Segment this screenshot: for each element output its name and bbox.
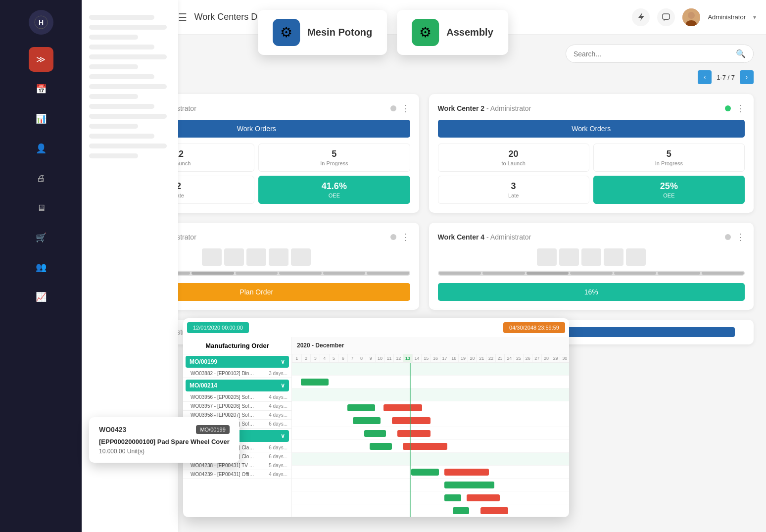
- gantt-sub-wo04239: WO04239 - [EP00431] Office Desk B... 4 d…: [183, 470, 291, 479]
- gantt-sub-wo04239-label: WO04239 - [EP00431] Office Desk B...: [191, 472, 255, 477]
- lightning-icon-btn[interactable]: [632, 8, 650, 26]
- wc1-dots-menu[interactable]: ⋮: [401, 103, 410, 114]
- wc1-header-icons: ⋮: [390, 103, 410, 114]
- wc4-placeholder-box-3: [581, 248, 601, 266]
- gantt-sub-wo03957-days: 4 days...: [269, 403, 287, 409]
- gantt-day-30: 30: [560, 354, 569, 362]
- gantt-bar-wo4238-green: [444, 494, 461, 501]
- wc2-stat-to-launch[interactable]: 20 to Launch: [438, 144, 589, 172]
- menu-line-8: [89, 84, 167, 89]
- wc1-stat-oee[interactable]: 41.6% OEE: [258, 176, 410, 204]
- gantt-mo-00214[interactable]: MO/00214 ∨: [186, 380, 289, 391]
- menu-line-13: [89, 134, 154, 139]
- wc4-subtitle: - Administrator: [486, 233, 531, 241]
- sidebar-item-user[interactable]: 👤: [29, 136, 53, 161]
- sidebar-item-chart[interactable]: 📊: [29, 106, 53, 131]
- gantt-day-21: 21: [477, 354, 486, 362]
- gantt-day-14: 14: [412, 354, 422, 362]
- wc4-header-icons: ⋮: [725, 232, 745, 242]
- sidebar-item-monitor[interactable]: 🖥: [29, 195, 53, 220]
- gantt-bar-wo3882-green: [301, 379, 329, 386]
- wc4-placeholder-box-4: [604, 248, 623, 266]
- wc2-stat-in-progress-label: In Progress: [599, 160, 739, 166]
- gantt-day-18: 18: [449, 354, 458, 362]
- gantt-date-left: 12/01/2020 00:00:00: [187, 322, 249, 333]
- wc2-work-orders-btn[interactable]: Work Orders: [438, 120, 745, 138]
- gantt-sub-wo03957-label: WO03957 - [EP00206] Sofa 1 seat wh...: [191, 403, 255, 409]
- sidebar-item-calendar[interactable]: 📅: [29, 77, 53, 101]
- menu-line-1: [89, 15, 154, 20]
- search-input[interactable]: [574, 50, 732, 58]
- gantt-day-13: 13: [403, 354, 412, 362]
- gantt-bars-area: [292, 363, 569, 517]
- wc2-stat-to-launch-label: to Launch: [443, 160, 584, 166]
- wc3-placeholder-box-4: [269, 248, 288, 266]
- gantt-day-25: 25: [514, 354, 523, 362]
- floating-card-assembly[interactable]: ⚙ Assembly: [397, 10, 508, 55]
- gantt-cal-header: 2020 - December: [292, 337, 569, 354]
- gantt-day-28: 28: [541, 354, 551, 362]
- gantt-date-right: 04/30/2048 23:59:59: [503, 322, 565, 333]
- sidebar-item-analytics[interactable]: 📈: [29, 285, 53, 309]
- page-next-btn[interactable]: ›: [740, 70, 754, 84]
- gantt-bar-row-mo199: [292, 363, 569, 376]
- gantt-month-label: 2020 - December: [292, 342, 349, 349]
- wc4-dots-menu[interactable]: ⋮: [736, 232, 745, 242]
- wc2-stat-late-value: 3: [443, 181, 584, 192]
- gantt-mo-00199[interactable]: MO/00199 ∨: [186, 356, 289, 368]
- gantt-day-19: 19: [458, 354, 468, 362]
- wo-tooltip-header: WO0423 MO/00199: [99, 425, 230, 434]
- menu-line-2: [89, 25, 167, 30]
- gantt-day-24: 24: [504, 354, 514, 362]
- hamburger-icon[interactable]: ☰: [178, 11, 187, 23]
- wc2-status-dot: [725, 105, 731, 111]
- gantt-day-22: 22: [486, 354, 495, 362]
- wc2-stat-in-progress-value: 5: [599, 149, 739, 159]
- sidebar-item-forward[interactable]: ≫: [29, 47, 53, 72]
- gantt-bar-wo3956-green: [347, 404, 375, 411]
- mesin-potong-label: Mesin Potong: [307, 27, 372, 38]
- sidebar-item-people[interactable]: 👥: [29, 255, 53, 280]
- wo-id: WO0423: [99, 426, 126, 434]
- sidebar-item-print[interactable]: 🖨: [29, 166, 53, 191]
- wc3-placeholder-box-5: [291, 248, 311, 266]
- sidebar-item-cart[interactable]: 🛒: [29, 225, 53, 250]
- gantt-mo-00214-id: MO/00214: [190, 382, 217, 389]
- admin-chevron-icon: ▾: [753, 14, 756, 21]
- wc4-placeholder: [438, 248, 745, 266]
- wc1-stat-in-progress[interactable]: 5 In Progress: [258, 144, 410, 172]
- wc2-stat-late[interactable]: 3 Late: [438, 176, 589, 204]
- gantt-mo-00199-id: MO/00199: [190, 358, 217, 365]
- gantt-bar-row-wo3959: [292, 440, 569, 453]
- menu-line-10: [89, 104, 154, 109]
- wc3-placeholder-box-3: [246, 248, 266, 266]
- wc4-title: Work Center 4 - Administrator: [438, 233, 531, 241]
- gantt-day-10: 10: [375, 354, 384, 362]
- gantt-body: Manufacturing Order MO/00199 ∨ WO03882 -…: [183, 337, 569, 517]
- wc2-dots-menu[interactable]: ⋮: [736, 103, 745, 114]
- wc2-title-main: Work Center 2: [438, 104, 485, 112]
- wc4-plan-order-btn[interactable]: 16%: [438, 283, 745, 301]
- wc2-stat-oee[interactable]: 25% OEE: [593, 176, 745, 204]
- floating-card-mesin-potong[interactable]: ⚙ Mesin Potong: [258, 10, 387, 55]
- gantt-overlay: 12/01/2020 00:00:00 04/30/2048 23:59:59 …: [183, 318, 569, 517]
- gantt-bar-wo3956-red: [383, 404, 422, 411]
- wc2-subtitle: - Administrator: [486, 104, 531, 112]
- page-prev-btn[interactable]: ‹: [698, 70, 712, 84]
- gantt-bar-wo3957-red: [392, 417, 431, 424]
- gantt-today-line: [410, 363, 411, 517]
- mesin-potong-icon: ⚙: [273, 19, 300, 46]
- wc2-stats-grid: 20 to Launch 5 In Progress 3 Late 25% OE…: [438, 144, 745, 204]
- gantt-sub-wo04231-days: 6 days...: [269, 445, 287, 450]
- gantt-sub-wo03882: WO03882 - [EP00102] Dining Table... 3 da…: [183, 369, 291, 378]
- admin-label: Administrator: [708, 13, 746, 21]
- floating-cards-container: ⚙ Mesin Potong ⚙ Assembly: [258, 10, 508, 55]
- wc4-status-dot: [725, 234, 731, 240]
- wc1-stat-in-progress-value: 5: [264, 149, 404, 159]
- gantt-bar-row-mo224: [292, 453, 569, 466]
- wc3-dots-menu[interactable]: ⋮: [401, 232, 410, 242]
- wc2-stat-in-progress[interactable]: 5 In Progress: [593, 144, 745, 172]
- page-info: 1-7 / 7: [714, 74, 737, 81]
- chat-icon-btn[interactable]: [657, 8, 675, 26]
- gantt-right-panel: 2020 - December 1 2 3 4 5 6 7 8 9 10 11 …: [292, 337, 569, 517]
